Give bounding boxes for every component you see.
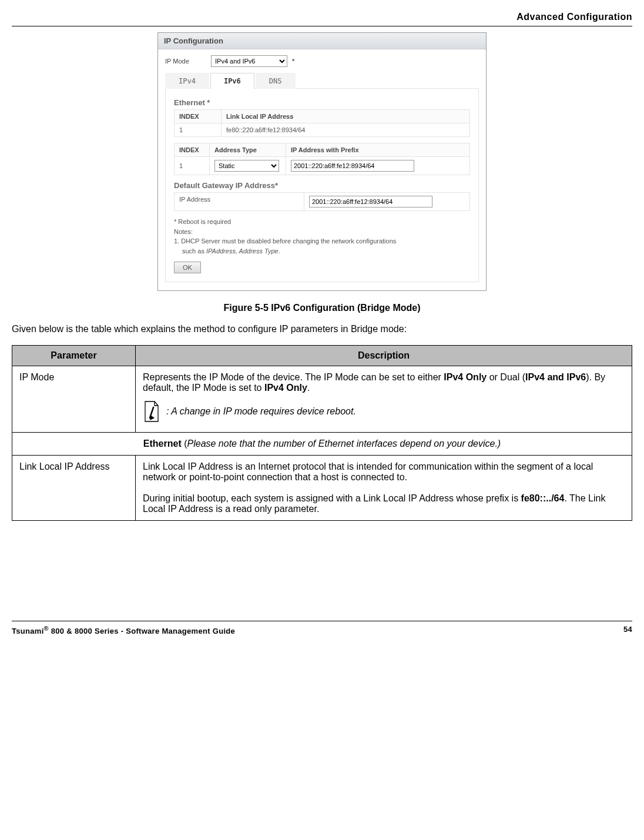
- col-address-type: Address Type: [210, 143, 286, 157]
- figure-caption: Figure 5-5 IPv6 Configuration (Bridge Mo…: [12, 303, 632, 313]
- table-row-ethernet-span: Ethernet (Please note that the number of…: [12, 433, 632, 456]
- table-row: 1 Static: [175, 157, 470, 175]
- gateway-value-cell: [304, 192, 470, 211]
- ethernet-heading: Ethernet *: [174, 98, 470, 107]
- footer-page-number: 54: [623, 625, 632, 635]
- cell-index: 1: [175, 157, 210, 175]
- ok-button[interactable]: OK: [174, 262, 201, 273]
- table-header-row: INDEX Address Type IP Address with Prefi…: [175, 143, 470, 157]
- screenshot-figure-wrap: IP Configuration IP Mode IPv4 and IPv6 *…: [12, 32, 632, 291]
- cell-ip-address-prefix: [286, 157, 470, 175]
- param-name: Link Local IP Address: [12, 456, 136, 521]
- tab-ipv4[interactable]: IPv4: [165, 73, 209, 89]
- page-header-title: Advanced Configuration: [12, 12, 632, 22]
- footer-rule: [12, 621, 632, 621]
- note-icon: [143, 400, 160, 423]
- col-parameter: Parameter: [12, 346, 136, 366]
- link-local-table: INDEX Link Local IP Address 1 fe80::220:…: [174, 109, 470, 137]
- tab-dns[interactable]: DNS: [256, 73, 296, 89]
- gateway-label: IP Address: [174, 192, 304, 211]
- table-header-row: INDEX Link Local IP Address: [175, 110, 470, 123]
- param-description: Represents the IP Mode of the device. Th…: [136, 366, 632, 433]
- ip-mode-select[interactable]: IPv4 and IPv6: [211, 55, 287, 67]
- address-type-select[interactable]: Static: [214, 160, 279, 172]
- cell-address-type: Static: [210, 157, 286, 175]
- table-row-link-local: Link Local IP Address Link Local IP Addr…: [12, 456, 632, 521]
- ipv6-tab-panel: Ethernet * INDEX Link Local IP Address 1…: [165, 88, 479, 282]
- required-star: *: [292, 58, 294, 65]
- reboot-note-row: : A change in IP mode requires device re…: [143, 400, 625, 423]
- footer-left: Tsunami® 800 & 8000 Series - Software Ma…: [12, 625, 235, 635]
- col-link-local-address: Link Local IP Address: [222, 110, 470, 123]
- table-row-ip-mode: IP Mode Represents the IP Mode of the de…: [12, 366, 632, 433]
- gateway-row: IP Address: [174, 192, 470, 211]
- reboot-required-note: * Reboot is required: [174, 217, 470, 227]
- ip-address-prefix-input[interactable]: [291, 160, 414, 172]
- notes-line-1: 1. DHCP Server must be disabled before c…: [174, 236, 470, 246]
- col-description: Description: [136, 346, 632, 366]
- header-rule: [12, 26, 632, 26]
- table-row: 1 fe80::220:a6ff:fe12:8934/64: [175, 123, 470, 137]
- ethernet-span-cell: Ethernet (Please note that the number of…: [12, 433, 632, 456]
- gateway-ip-input[interactable]: [309, 196, 432, 208]
- panel-title: IP Configuration: [158, 33, 486, 49]
- reboot-note-text: : A change in IP mode requires device re…: [166, 406, 356, 417]
- cell-index: 1: [175, 123, 222, 137]
- param-description: Link Local IP Address is an Internet pro…: [136, 456, 632, 521]
- col-index: INDEX: [175, 143, 210, 157]
- ip-mode-label: IP Mode: [165, 58, 206, 65]
- notes-line-1-cont: such as IPAddress, Address Type.: [174, 246, 470, 256]
- param-name: IP Mode: [12, 366, 136, 433]
- ip-mode-row: IP Mode IPv4 and IPv6 *: [165, 55, 479, 67]
- page-footer: Tsunami® 800 & 8000 Series - Software Ma…: [12, 625, 632, 635]
- table-header-row: Parameter Description: [12, 346, 632, 366]
- gateway-heading: Default Gateway IP Address*: [174, 181, 470, 190]
- ip-config-panel: IP Configuration IP Mode IPv4 and IPv6 *…: [157, 32, 487, 291]
- col-index: INDEX: [175, 110, 222, 123]
- panel-notes: * Reboot is required Notes: 1. DHCP Serv…: [174, 217, 470, 256]
- tab-ipv6[interactable]: IPv6: [210, 73, 254, 89]
- ip-prefix-table: INDEX Address Type IP Address with Prefi…: [174, 143, 470, 175]
- panel-body: IP Mode IPv4 and IPv6 * IPv4 IPv6 DNS Et…: [158, 49, 486, 290]
- parameter-description-table: Parameter Description IP Mode Represents…: [12, 345, 632, 521]
- notes-heading: Notes:: [174, 227, 470, 237]
- ip-tabs: IPv4 IPv6 DNS: [165, 73, 479, 89]
- cell-link-local-address: fe80::220:a6ff:fe12:8934/64: [222, 123, 470, 137]
- intro-paragraph: Given below is the table which explains …: [12, 324, 632, 334]
- col-ip-address-prefix: IP Address with Prefix: [286, 143, 470, 157]
